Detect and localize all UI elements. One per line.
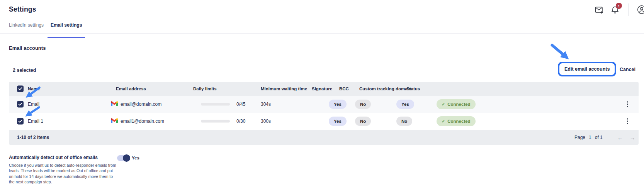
tab-email-settings[interactable]: Email settings <box>48 22 85 38</box>
page-title: Settings <box>9 5 36 14</box>
daily-limit-value: 0/30 <box>236 119 245 124</box>
table-row: Email 1 email1@domain.com 0/30 300s Yes … <box>9 113 639 130</box>
account-email: email@domain.com <box>121 102 161 107</box>
arrow-to-edit-button-icon <box>552 45 566 57</box>
daily-limit-value: 0/45 <box>236 102 245 107</box>
gmail-icon <box>111 118 118 125</box>
daily-limit-progressbar <box>201 120 230 123</box>
ooo-setting-title: Automatically detect out of office email… <box>9 155 98 160</box>
col-header-bcc: BCC <box>339 86 349 91</box>
tab-linkedin-settings[interactable]: LinkedIn settings <box>9 22 44 33</box>
min-waiting-time-value: 304s <box>261 102 271 107</box>
notification-badge: 1 <box>616 3 622 9</box>
table-footer: 1-10 of 2 items Page 1 of 1 ← → <box>9 130 639 145</box>
select-all-checkbox[interactable] <box>17 86 24 92</box>
cancel-button[interactable]: Cancel <box>620 67 636 72</box>
check-icon: ✓ <box>442 119 445 124</box>
account-name: Email <box>28 102 39 107</box>
col-header-name: Name <box>28 86 40 91</box>
col-header-status: Status <box>406 86 420 91</box>
table-header-row: Name Email address Daily limits Minimum … <box>9 82 639 96</box>
col-header-minimum-waiting-time: Minimum waiting time <box>261 86 307 91</box>
prev-page-arrow-icon[interactable]: ← <box>617 134 623 140</box>
check-icon: ✓ <box>442 102 445 107</box>
col-header-custom-tracking-domain: Custom tracking domain <box>359 86 411 91</box>
current-page-number[interactable]: 1 <box>589 135 591 140</box>
row-menu-kebab-icon[interactable] <box>625 117 630 126</box>
row-checkbox[interactable] <box>17 118 24 125</box>
row-checkbox[interactable] <box>17 101 24 108</box>
signature-badge: Yes <box>329 117 347 126</box>
bcc-badge: No <box>355 100 371 109</box>
min-waiting-time-value: 300s <box>261 119 271 124</box>
mail-add-icon[interactable] <box>595 5 604 15</box>
ooo-toggle-label: Yes <box>132 156 139 160</box>
custom-tracking-badge: No <box>396 117 412 126</box>
topbar-divider <box>628 3 629 16</box>
page-label: Page <box>574 135 585 140</box>
row-menu-kebab-icon[interactable] <box>625 100 630 109</box>
status-badge: ✓Connected <box>437 99 476 109</box>
selected-count: 2 selected <box>13 68 36 73</box>
gmail-icon <box>111 101 118 108</box>
col-header-email-address: Email address <box>116 86 146 91</box>
signature-badge: Yes <box>329 100 347 109</box>
ooo-setting-description: Choose if you want us to detect auto-res… <box>9 163 118 185</box>
edit-email-accounts-button[interactable]: Edit email accounts <box>558 62 616 76</box>
toggle-knob <box>123 154 130 162</box>
settings-tabbar: LinkedIn settings Email settings <box>0 22 644 34</box>
profile-icon[interactable] <box>637 5 644 14</box>
items-range-text: 1-10 of 2 items <box>17 135 49 140</box>
settings-page: Settings 1 LinkedIn settings Email setti… <box>0 0 644 188</box>
pagination: Page 1 of 1 ← → <box>574 134 636 140</box>
account-email: email1@domain.com <box>121 119 164 124</box>
page-of-label: of 1 <box>595 135 603 140</box>
next-page-arrow-icon[interactable]: → <box>630 134 636 140</box>
ooo-toggle[interactable] <box>117 155 130 161</box>
email-accounts-table: Name Email address Daily limits Minimum … <box>9 82 639 145</box>
custom-tracking-badge: Yes <box>396 100 414 109</box>
daily-limit-progressbar <box>201 103 230 106</box>
account-name: Email 1 <box>28 119 43 124</box>
status-badge: ✓Connected <box>437 116 476 126</box>
col-header-daily-limits: Daily limits <box>193 86 217 91</box>
col-header-signature: Signature <box>312 86 332 91</box>
bcc-badge: No <box>355 117 371 126</box>
email-accounts-heading: Email accounts <box>9 45 46 51</box>
table-row: Email email@domain.com 0/45 304s Yes No … <box>9 96 639 113</box>
